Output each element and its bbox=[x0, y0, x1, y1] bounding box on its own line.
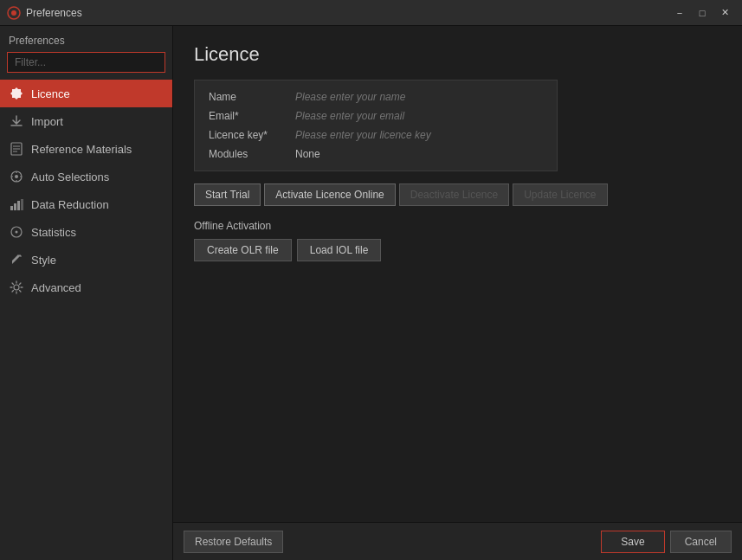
close-button[interactable]: ✕ bbox=[714, 4, 735, 22]
licence-key-label: Licence key* bbox=[209, 129, 295, 141]
bottom-right-buttons: Save Cancel bbox=[601, 531, 732, 553]
activate-online-button[interactable]: Activate Licence Online bbox=[264, 183, 395, 206]
svg-rect-12 bbox=[10, 206, 13, 210]
svg-point-7 bbox=[15, 175, 18, 178]
modules-label: Modules bbox=[209, 148, 295, 160]
window-controls: − □ ✕ bbox=[669, 4, 735, 22]
sidebar: Preferences Licence Import bbox=[0, 26, 173, 560]
sidebar-item-licence-label: Licence bbox=[31, 87, 70, 100]
licence-key-input[interactable] bbox=[295, 129, 543, 141]
sidebar-item-auto-selections-label: Auto Selections bbox=[31, 171, 109, 183]
reference-materials-icon bbox=[9, 141, 24, 157]
sidebar-item-advanced-label: Advanced bbox=[31, 281, 81, 294]
email-row: Email* bbox=[209, 110, 543, 122]
name-row: Name bbox=[209, 91, 543, 103]
page-title: Licence bbox=[194, 43, 721, 66]
svg-point-1 bbox=[11, 10, 16, 16]
content-inner: Licence Name Email* Licence key* bbox=[173, 26, 742, 522]
svg-rect-14 bbox=[17, 201, 20, 210]
maximize-button[interactable]: □ bbox=[692, 4, 713, 22]
sidebar-item-data-reduction-label: Data Reduction bbox=[31, 198, 109, 211]
sidebar-item-reference-materials[interactable]: Reference Materials bbox=[0, 135, 172, 163]
sidebar-item-advanced[interactable]: Advanced bbox=[0, 274, 172, 301]
minimize-button[interactable]: − bbox=[669, 4, 690, 22]
load-iol-button[interactable]: Load IOL file bbox=[297, 239, 382, 261]
svg-point-17 bbox=[16, 231, 18, 234]
sidebar-item-statistics-label: Statistics bbox=[31, 226, 76, 239]
svg-rect-15 bbox=[21, 199, 23, 210]
sidebar-item-auto-selections[interactable]: Auto Selections bbox=[0, 163, 172, 190]
svg-point-18 bbox=[14, 285, 19, 290]
deactivate-button[interactable]: Deactivate Licence bbox=[399, 183, 509, 206]
sidebar-item-reference-label: Reference Materials bbox=[31, 143, 132, 156]
sidebar-item-data-reduction[interactable]: Data Reduction bbox=[0, 190, 172, 218]
statistics-icon bbox=[9, 224, 24, 240]
content-area: Licence Name Email* Licence key* bbox=[173, 26, 742, 560]
licence-form: Name Email* Licence key* Modules None bbox=[194, 80, 558, 171]
app-icon bbox=[7, 6, 21, 20]
cancel-button[interactable]: Cancel bbox=[670, 531, 732, 553]
sidebar-item-statistics[interactable]: Statistics bbox=[0, 218, 172, 246]
sidebar-item-style[interactable]: Style bbox=[0, 246, 172, 274]
licence-icon bbox=[9, 86, 24, 101]
sidebar-item-style-label: Style bbox=[31, 254, 56, 267]
modules-value: None bbox=[295, 148, 543, 160]
modules-row: Modules None bbox=[209, 148, 543, 160]
action-buttons: Start Trial Activate Licence Online Deac… bbox=[194, 183, 721, 206]
import-icon bbox=[9, 113, 24, 129]
sidebar-item-import[interactable]: Import bbox=[0, 107, 172, 135]
window-title: Preferences bbox=[26, 7, 669, 19]
offline-label: Offline Activation bbox=[194, 220, 721, 232]
licence-key-row: Licence key* bbox=[209, 129, 543, 141]
advanced-icon bbox=[9, 280, 24, 295]
sidebar-header: Preferences bbox=[0, 26, 172, 52]
name-label: Name bbox=[209, 91, 295, 103]
save-button[interactable]: Save bbox=[601, 531, 664, 553]
filter-input[interactable] bbox=[7, 52, 165, 73]
restore-defaults-button[interactable]: Restore Defaults bbox=[184, 531, 283, 553]
bottom-bar: Restore Defaults Save Cancel bbox=[173, 522, 742, 560]
start-trial-button[interactable]: Start Trial bbox=[194, 183, 261, 206]
auto-selections-icon bbox=[9, 169, 24, 184]
name-input[interactable] bbox=[295, 91, 543, 103]
sidebar-item-import-label: Import bbox=[31, 115, 63, 128]
sidebar-item-licence[interactable]: Licence bbox=[0, 80, 172, 107]
email-label: Email* bbox=[209, 110, 295, 122]
data-reduction-icon bbox=[9, 196, 24, 212]
offline-buttons: Create OLR file Load IOL file bbox=[194, 239, 721, 261]
titlebar: Preferences − □ ✕ bbox=[0, 0, 742, 26]
create-olr-button[interactable]: Create OLR file bbox=[194, 239, 292, 261]
svg-rect-13 bbox=[14, 203, 16, 210]
style-icon bbox=[9, 252, 24, 267]
update-button[interactable]: Update Licence bbox=[513, 183, 607, 206]
main-container: Preferences Licence Import bbox=[0, 26, 742, 560]
email-input[interactable] bbox=[295, 110, 543, 122]
offline-section: Offline Activation Create OLR file Load … bbox=[194, 220, 721, 261]
